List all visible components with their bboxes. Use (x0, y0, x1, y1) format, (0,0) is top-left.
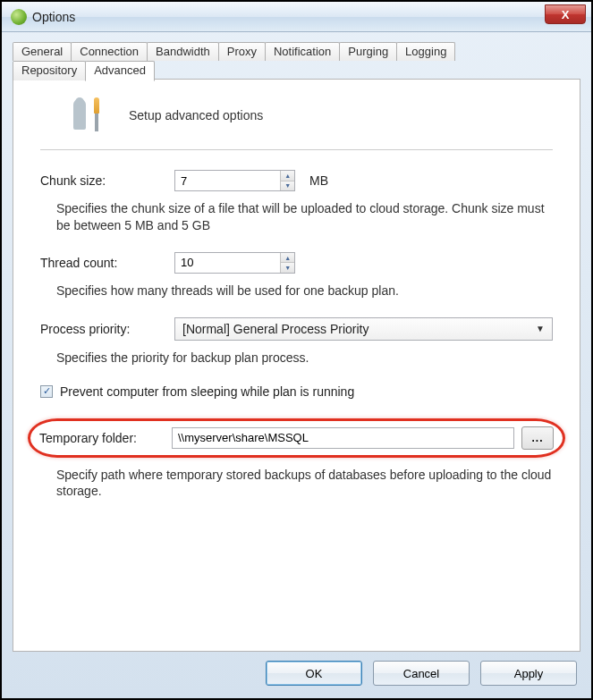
thread-count-spinner[interactable]: ▲ ▼ (174, 252, 295, 274)
chunk-size-down[interactable]: ▼ (281, 181, 294, 191)
thread-count-row: Thread count: ▲ ▼ (40, 252, 553, 274)
app-icon (11, 9, 27, 25)
chunk-size-input[interactable] (175, 171, 280, 190)
prevent-sleep-label: Prevent computer from sleeping while pla… (60, 384, 354, 399)
options-window: Options X General Connection Bandwidth P… (2, 2, 591, 698)
thread-count-up[interactable]: ▲ (281, 253, 294, 264)
ok-button[interactable]: OK (266, 661, 362, 686)
tabs-row-1: General Connection Bandwidth Proxy Notif… (13, 42, 454, 61)
section-title: Setup advanced options (129, 108, 263, 122)
temp-folder-highlight: Temporary folder: ... (28, 418, 565, 458)
tab-logging[interactable]: Logging (396, 42, 455, 61)
process-priority-value: [Normal] General Process Priority (182, 322, 369, 336)
thread-count-help: Specifies how many threads will be used … (56, 283, 553, 299)
chunk-size-up[interactable]: ▲ (281, 171, 294, 181)
temp-folder-help: Specify path where temporary stored back… (56, 467, 553, 501)
tabs-row-2: Repository Advanced (13, 61, 154, 80)
tab-proxy[interactable]: Proxy (218, 42, 266, 61)
chunk-size-row: Chunk size: ▲ ▼ MB (40, 170, 553, 191)
advanced-tab-body: Setup advanced options Chunk size: ▲ ▼ M… (13, 80, 580, 651)
tab-notification[interactable]: Notification (265, 42, 340, 61)
window-title: Options (32, 10, 75, 24)
tools-icon (72, 97, 104, 133)
tab-general[interactable]: General (13, 42, 72, 61)
thread-count-down[interactable]: ▼ (281, 263, 294, 273)
chevron-down-icon: ▼ (536, 324, 545, 333)
tab-purging[interactable]: Purging (339, 42, 397, 61)
temp-folder-label: Temporary folder: (39, 431, 172, 445)
browse-button[interactable]: ... (521, 426, 554, 450)
tab-bandwidth[interactable]: Bandwidth (147, 42, 219, 61)
process-priority-label: Process priority: (40, 322, 174, 336)
section-header: Setup advanced options (40, 97, 553, 133)
thread-count-input[interactable] (175, 253, 280, 273)
process-priority-row: Process priority: [Normal] General Proce… (40, 317, 553, 341)
tab-repository[interactable]: Repository (13, 61, 86, 80)
chunk-size-label: Chunk size: (40, 173, 174, 188)
process-priority-select[interactable]: [Normal] General Process Priority ▼ (174, 317, 553, 341)
chunk-size-help: Specifies the chunk size of a file that … (56, 200, 553, 234)
tab-panel: General Connection Bandwidth Proxy Notif… (13, 79, 580, 652)
content-area: General Connection Bandwidth Proxy Notif… (2, 32, 591, 698)
temp-folder-input[interactable] (172, 427, 514, 449)
chunk-size-unit: MB (309, 173, 328, 188)
titlebar[interactable]: Options X (2, 2, 591, 32)
thread-count-label: Thread count: (40, 256, 174, 270)
chunk-size-spinner[interactable]: ▲ ▼ (174, 170, 295, 191)
tab-connection[interactable]: Connection (71, 42, 148, 61)
process-priority-help: Specifies the priority for backup plan p… (56, 350, 553, 367)
divider (40, 149, 553, 150)
tab-advanced[interactable]: Advanced (85, 61, 155, 81)
dialog-button-bar: OK Cancel Apply (13, 652, 580, 687)
prevent-sleep-checkbox[interactable]: ✓ (40, 385, 53, 398)
prevent-sleep-row: ✓ Prevent computer from sleeping while p… (40, 384, 553, 399)
apply-button[interactable]: Apply (480, 661, 577, 686)
close-button[interactable]: X (545, 4, 586, 24)
cancel-button[interactable]: Cancel (373, 661, 470, 686)
close-icon: X (562, 8, 570, 21)
